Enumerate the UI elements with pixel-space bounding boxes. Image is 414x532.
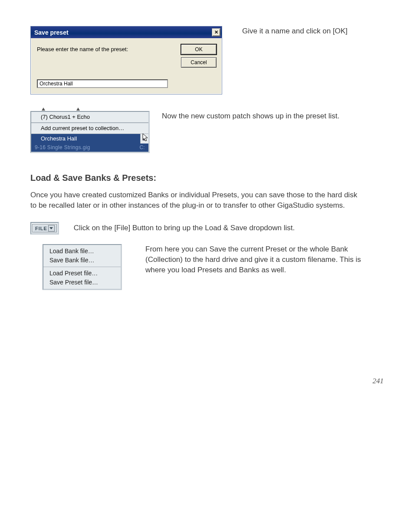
section-intro-paragraph: Once you have created customized Banks o… xyxy=(30,190,360,211)
close-icon[interactable]: ✕ xyxy=(212,28,220,36)
preset-item-selected[interactable]: Orchestra Hall xyxy=(31,134,140,144)
ok-button[interactable]: OK xyxy=(181,44,217,55)
dialog-title: Save preset xyxy=(34,29,69,36)
preset-list-panel: (7) Chorus1 + Echo Add current preset to… xyxy=(30,111,150,153)
scroll-up-button[interactable] xyxy=(140,134,148,144)
menu-item-save-preset[interactable]: Save Preset file… xyxy=(43,278,121,287)
menu-item-load-preset[interactable]: Load Preset file… xyxy=(43,269,121,278)
menu-item-save-bank[interactable]: Save Bank file… xyxy=(43,256,121,265)
cancel-button[interactable]: Cancel xyxy=(181,57,217,68)
footer-drive: C: xyxy=(139,144,145,150)
file-dropdown-toggle[interactable] xyxy=(48,225,55,232)
file-button-label: FILE xyxy=(35,226,47,231)
svg-marker-0 xyxy=(143,134,148,141)
preset-name-input[interactable] xyxy=(37,79,168,88)
caption-file-button: Click on the [File] Button to bring up t… xyxy=(74,223,295,233)
preset-item-chorus-echo[interactable]: (7) Chorus1 + Echo xyxy=(31,112,148,123)
save-preset-dialog: Save preset ✕ Please enter the name of t… xyxy=(30,26,222,95)
file-button[interactable]: FILE xyxy=(32,224,57,232)
section-heading: Load & Save Banks & Presets: xyxy=(30,173,384,183)
caption-custom-patch: Now the new custom patch shows up in the… xyxy=(162,111,339,121)
file-button-container: FILE xyxy=(30,222,59,235)
chevron-down-icon xyxy=(49,227,53,229)
caption-file-menu: From here you can Save the current Prese… xyxy=(145,244,362,275)
dialog-prompt: Please enter the name of the preset: xyxy=(37,44,128,70)
caption-name-and-ok: Give it a name and click on [OK] xyxy=(242,26,348,36)
file-menu: Load Bank file… Save Bank file… Load Pre… xyxy=(43,244,122,290)
menu-item-load-bank[interactable]: Load Bank file… xyxy=(43,247,121,256)
page-number: 241 xyxy=(30,377,384,385)
preset-panel-footer: 9-16 Single Strings.gig C: xyxy=(31,144,148,152)
add-current-preset-item[interactable]: Add current preset to collection… xyxy=(31,123,148,134)
dialog-titlebar: Save preset ✕ xyxy=(31,26,222,38)
footer-filename: 9-16 Single Strings.gig xyxy=(35,144,90,150)
